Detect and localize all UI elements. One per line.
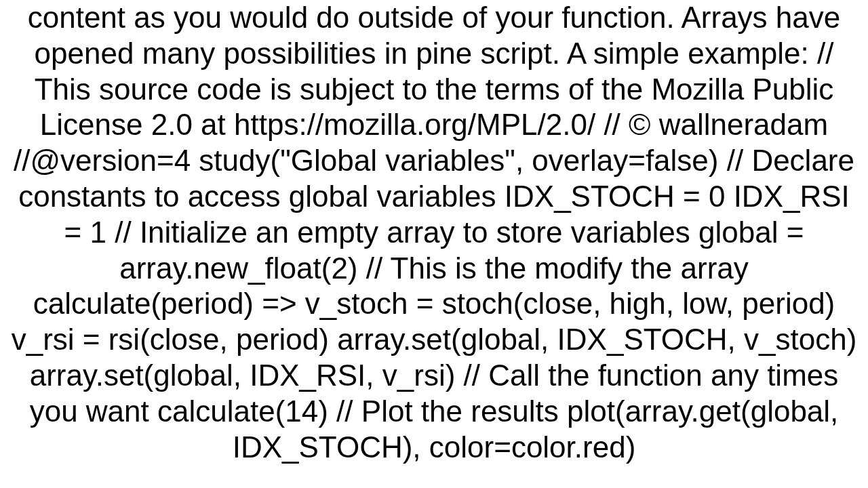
document-body-text: content as you would do outside of your … (0, 0, 868, 488)
